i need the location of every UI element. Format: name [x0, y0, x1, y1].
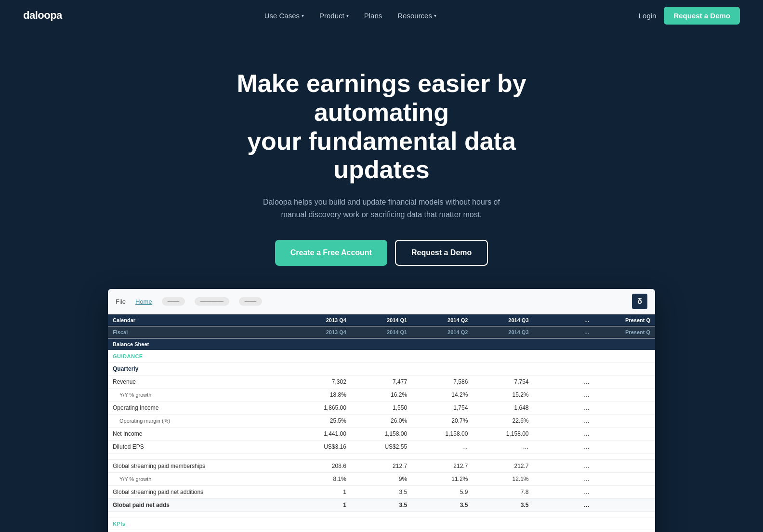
spreadsheet-preview: File Home —— ———— —— δ Calendar 2013 Q4 … [92, 289, 671, 532]
table-row: Global streaming paid net additions 1 3.… [108, 486, 655, 499]
paid-net-additions-label: Global streaming paid net additions [108, 486, 290, 499]
toolbar-left: File Home —— ———— —— [116, 297, 262, 306]
col-ellipsis: … [534, 314, 594, 326]
guidance-section-row: GUIDANCE [108, 350, 655, 363]
fiscal-label: Fiscal [108, 326, 290, 338]
fiscal-2014q3: 2014 Q3 [473, 326, 533, 338]
col-present-q: Present Q [594, 314, 655, 326]
hero-headline: Make earnings easier by automating your … [198, 69, 565, 184]
table-row: Revenue 7,302 7,477 7,586 7,754 … [108, 376, 655, 389]
spreadsheet-toolbar: File Home —— ———— —— δ [108, 289, 655, 314]
nav-use-cases[interactable]: Use Cases ▾ [264, 12, 304, 20]
request-demo-nav-button[interactable]: Request a Demo [664, 7, 740, 25]
fiscal-present-q: Present Q [594, 326, 655, 338]
spreadsheet-table: Calendar 2013 Q4 2014 Q1 2014 Q2 2014 Q3… [108, 314, 655, 532]
table-row: Diluted EPS US$3.16 US$2.55 … … … [108, 441, 655, 454]
table-row: Global paid net adds 1 3.5 3.5 3.5 … [108, 499, 655, 512]
login-button[interactable]: Login [639, 12, 657, 20]
hero-subtext: Daloopa helps you build and update finan… [251, 196, 512, 221]
create-account-button[interactable]: Create a Free Account [275, 240, 387, 266]
revenue-present [594, 376, 655, 389]
col-2013q4: 2013 Q4 [290, 314, 351, 326]
kpi-label: KPIs [108, 518, 655, 530]
table-row: Operating Income 1,865.00 1,550 1,754 1,… [108, 402, 655, 415]
navbar: daloopa Use Cases ▾ Product ▾ Plans Reso… [0, 0, 763, 31]
menu-home[interactable]: Home [135, 298, 152, 305]
spacer-row-2 [108, 512, 655, 518]
fiscal-2014q2: 2014 Q2 [412, 326, 473, 338]
kpi-section-row: KPIs [108, 518, 655, 530]
revenue-ellipsis: … [534, 376, 594, 389]
revenue-2013q4: 7,302 [290, 376, 351, 389]
revenue-2014q3: 7,754 [473, 376, 533, 389]
op-income-label: Operating Income [108, 402, 290, 415]
arpu-label: Average Revenue Per User [108, 530, 290, 532]
nav-plans[interactable]: Plans [364, 12, 382, 20]
calendar-label: Calendar [108, 314, 290, 326]
chevron-down-icon: ▾ [346, 13, 349, 18]
table-row: Operating margin (%) 25.5% 26.0% 20.7% 2… [108, 415, 655, 428]
logo[interactable]: daloopa [23, 9, 62, 22]
quarterly-label: Quarterly [108, 363, 655, 376]
col-2014q1: 2014 Q1 [351, 314, 412, 326]
fiscal-ellipsis: … [534, 326, 594, 338]
chevron-down-icon: ▾ [434, 13, 436, 18]
revenue-2014q2: 7,586 [412, 376, 473, 389]
fiscal-2013q4: 2013 Q4 [290, 326, 351, 338]
revenue-2014q1: 7,477 [351, 376, 412, 389]
balance-sheet-label: Balance Sheet [108, 338, 655, 350]
chevron-down-icon: ▾ [302, 13, 304, 18]
quarterly-row: Quarterly [108, 363, 655, 376]
table-row: Global streaming paid memberships 208.6 … [108, 460, 655, 473]
fiscal-2014q1: 2014 Q1 [351, 326, 412, 338]
nav-resources[interactable]: Resources ▾ [397, 12, 436, 20]
global-paid-net-adds-label: Global paid net adds [108, 499, 290, 512]
table-row: Y/Y % growth 8.1% 9% 11.2% 12.1% … [108, 473, 655, 486]
balance-sheet-row: Balance Sheet [108, 338, 655, 350]
op-margin-label: Operating margin (%) [108, 415, 290, 428]
nav-product[interactable]: Product ▾ [319, 12, 349, 20]
menu-file[interactable]: File [116, 298, 126, 305]
calendar-header-row: Calendar 2013 Q4 2014 Q1 2014 Q2 2014 Q3… [108, 314, 655, 326]
guidance-label: GUIDANCE [108, 350, 655, 363]
net-income-label: Net Income [108, 428, 290, 441]
spreadsheet-container: File Home —— ———— —— δ Calendar 2013 Q4 … [108, 289, 655, 532]
table-row: Y/Y % growth 18.8% 16.2% 14.2% 15.2% … [108, 389, 655, 402]
table-row: Net Income 1,441.00 1,158.00 1,158.00 1,… [108, 428, 655, 441]
table-row: Average Revenue Per User [108, 530, 655, 532]
diluted-eps-label: Diluted EPS [108, 441, 290, 454]
streaming-yy-growth-label: Y/Y % growth [108, 473, 290, 486]
nav-actions: Login Request a Demo [639, 7, 740, 25]
revenue-label: Revenue [108, 376, 290, 389]
col-2014q2: 2014 Q2 [412, 314, 473, 326]
fiscal-header-row: Fiscal 2013 Q4 2014 Q1 2014 Q2 2014 Q3 …… [108, 326, 655, 338]
request-demo-hero-button[interactable]: Request a Demo [395, 240, 488, 266]
spacer-row [108, 454, 655, 460]
nav-links: Use Cases ▾ Product ▾ Plans Resources ▾ [264, 12, 436, 20]
hero-cta-group: Create a Free Account Request a Demo [23, 240, 740, 266]
daloopa-logo-icon: δ [632, 294, 647, 309]
hero-section: Make earnings easier by automating your … [0, 31, 763, 289]
yy-growth-label: Y/Y % growth [108, 389, 290, 402]
streaming-memberships-label: Global streaming paid memberships [108, 460, 290, 473]
spreadsheet-table-container: Calendar 2013 Q4 2014 Q1 2014 Q2 2014 Q3… [108, 314, 655, 532]
col-2014q3: 2014 Q3 [473, 314, 533, 326]
